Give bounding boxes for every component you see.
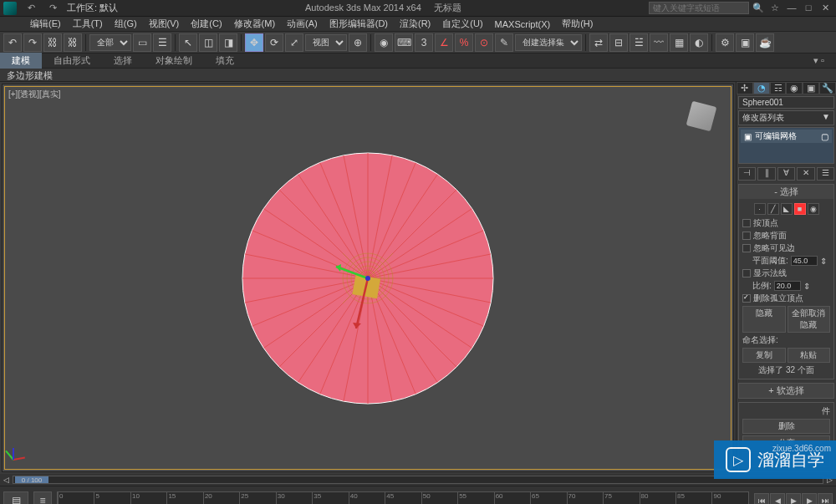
- mat-editor-button[interactable]: ◐: [690, 33, 708, 52]
- subobj-vertex[interactable]: ·: [754, 203, 766, 215]
- link-button[interactable]: ⛓: [43, 33, 62, 52]
- pin-stack-button[interactable]: ⊣: [738, 167, 756, 181]
- planar-threshold-spinner[interactable]: [791, 256, 818, 266]
- panel-tab-modify[interactable]: ◔: [753, 82, 770, 94]
- modifier-list-dropdown[interactable]: 修改器列表▼: [738, 110, 834, 125]
- scale-button[interactable]: ⤢: [285, 33, 303, 52]
- menu-render[interactable]: 渲染(R): [395, 17, 436, 31]
- paste-button[interactable]: 粘贴: [788, 348, 831, 363]
- schematic-button[interactable]: ▦: [670, 33, 688, 52]
- show-end-button[interactable]: ∥: [757, 167, 775, 181]
- select-cursor-button[interactable]: ↖: [179, 33, 197, 52]
- time-cursor[interactable]: 0 / 100: [15, 476, 48, 483]
- menu-animation[interactable]: 动画(A): [282, 17, 323, 31]
- subobj-face[interactable]: ◣: [781, 203, 793, 215]
- maximize-button[interactable]: □: [801, 3, 816, 14]
- layers-button[interactable]: ☱: [630, 33, 648, 52]
- menu-create[interactable]: 创建(C): [186, 17, 227, 31]
- percent-snap-button[interactable]: %: [455, 33, 473, 52]
- undo-button[interactable]: ↶: [3, 33, 22, 52]
- help-icon[interactable]: 🔍: [751, 3, 766, 14]
- menu-maxscript[interactable]: MAXScript(X): [490, 18, 556, 30]
- ribbon-tab-populate[interactable]: 填充: [204, 53, 246, 69]
- remove-button[interactable]: ✕: [797, 167, 814, 181]
- chk-ignore-back[interactable]: [742, 232, 751, 240]
- pivot-button[interactable]: ⊕: [349, 33, 367, 52]
- ribbon-tab-modeling[interactable]: 建模: [0, 53, 42, 69]
- keyboard-button[interactable]: ⌨: [395, 33, 413, 52]
- angle-snap-button[interactable]: ∠: [435, 33, 453, 52]
- menu-customize[interactable]: 自定义(U): [437, 17, 487, 31]
- object-name-field[interactable]: [738, 96, 834, 109]
- viewport[interactable]: [+][透视][真实]: [2, 84, 734, 472]
- viewcube[interactable]: [686, 101, 717, 132]
- rotate-button[interactable]: ⟳: [265, 33, 283, 52]
- render-button[interactable]: ☕: [756, 33, 774, 52]
- remove-iso-button[interactable]: 删除: [742, 419, 830, 434]
- hide-button[interactable]: 隐藏: [742, 306, 786, 333]
- rollout-selection-header[interactable]: - 选择: [739, 185, 833, 199]
- window-crossing-button[interactable]: ◨: [219, 33, 237, 52]
- goto-start-button[interactable]: ⏮: [754, 493, 769, 505]
- select-region-button[interactable]: ◫: [199, 33, 217, 52]
- play-button[interactable]: ▶: [786, 493, 801, 505]
- move-button[interactable]: ✥: [245, 33, 263, 52]
- listener-button[interactable]: ≡: [33, 491, 52, 505]
- render-frame-button[interactable]: ▣: [736, 33, 754, 52]
- normal-scale-spinner[interactable]: [774, 281, 801, 291]
- maxscript-button[interactable]: ▤: [3, 491, 28, 505]
- workspace-dropdown[interactable]: 工作区: 默认: [67, 2, 118, 14]
- next-frame-button[interactable]: ▶: [802, 493, 817, 505]
- snap-button[interactable]: 3: [415, 33, 433, 52]
- manipulate-button[interactable]: ◉: [375, 33, 393, 52]
- panel-tab-utilities[interactable]: 🔧: [819, 82, 836, 94]
- render-setup-button[interactable]: ⚙: [716, 33, 734, 52]
- menu-graph[interactable]: 图形编辑器(D): [324, 17, 393, 31]
- quick-access-redo[interactable]: ↷: [45, 3, 60, 14]
- selection-filter-dropdown[interactable]: 全部: [89, 34, 131, 51]
- panel-tab-display[interactable]: ▣: [803, 82, 819, 94]
- prev-frame-button[interactable]: ◀: [770, 493, 785, 505]
- unique-button[interactable]: ∀: [777, 167, 795, 181]
- spinner-snap-button[interactable]: ⊙: [475, 33, 493, 52]
- configure-button[interactable]: ☰: [817, 167, 834, 181]
- subobj-edge[interactable]: ╱: [767, 203, 779, 215]
- panel-tab-motion[interactable]: ◉: [786, 82, 803, 94]
- menu-help[interactable]: 帮助(H): [557, 17, 598, 31]
- unlink-button[interactable]: ⛓̷: [64, 33, 82, 52]
- rollout-soft-header[interactable]: + 软选择: [739, 384, 833, 398]
- align-button[interactable]: ⊟: [609, 33, 628, 52]
- menu-modifiers[interactable]: 修改器(M): [229, 17, 281, 31]
- time-slider[interactable]: 0 / 100: [13, 476, 823, 484]
- menu-tools[interactable]: 工具(T): [68, 17, 108, 31]
- timeline[interactable]: ◁ 0 / 100 ▷: [0, 474, 836, 486]
- mirror-button[interactable]: ⇄: [589, 33, 608, 52]
- panel-tab-hierarchy[interactable]: ☶: [770, 82, 787, 94]
- modifier-stack[interactable]: ▣ 可编辑网格 ▢: [738, 127, 834, 164]
- expand-icon[interactable]: ▣: [744, 132, 752, 141]
- ribbon-tab-selection[interactable]: 选择: [102, 53, 144, 69]
- subobj-polygon[interactable]: ■: [794, 203, 806, 215]
- search-input[interactable]: [649, 2, 749, 14]
- chk-show-normals[interactable]: [742, 269, 751, 277]
- goto-end-button[interactable]: ⏭: [818, 493, 833, 505]
- chk-ignore-vis[interactable]: [742, 244, 751, 252]
- viewport-label[interactable]: [+][透视][真实]: [8, 89, 61, 100]
- select-object-button[interactable]: ▭: [133, 33, 151, 52]
- select-name-button[interactable]: ☰: [153, 33, 171, 52]
- chk-by-vertex[interactable]: [742, 219, 751, 227]
- panel-tab-create[interactable]: ✢: [737, 82, 753, 94]
- minimize-button[interactable]: —: [784, 3, 799, 14]
- curve-editor-button[interactable]: 〰: [650, 33, 668, 52]
- time-ruler[interactable]: 051015202530354045505560657075808590: [57, 491, 749, 505]
- prev-key-icon[interactable]: ◁: [3, 476, 9, 484]
- edit-sel-button[interactable]: ✎: [495, 33, 513, 52]
- model-umbrella[interactable]: [226, 136, 510, 420]
- quick-access-undo[interactable]: ↶: [23, 3, 38, 14]
- ribbon-collapse-button[interactable]: ▾ ▫: [802, 53, 836, 68]
- copy-button[interactable]: 复制: [742, 348, 786, 363]
- redo-button[interactable]: ↷: [23, 33, 42, 52]
- stack-item-editable-mesh[interactable]: ▣ 可编辑网格 ▢: [741, 130, 832, 143]
- ribbon-tab-freeform[interactable]: 自由形式: [42, 53, 102, 69]
- close-button[interactable]: ✕: [818, 3, 833, 14]
